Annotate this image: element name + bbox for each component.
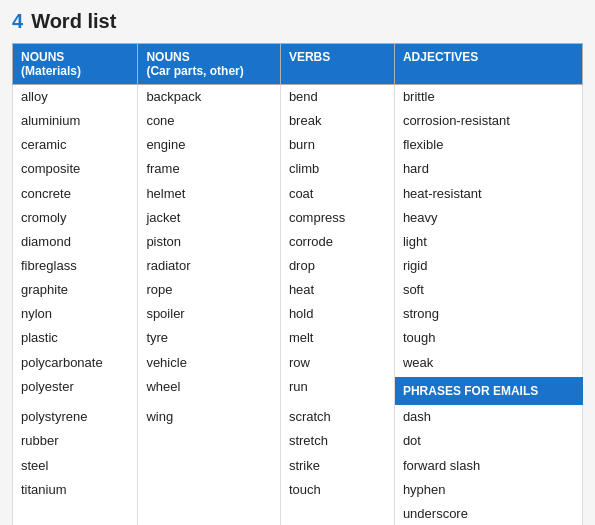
list-item: wing <box>138 405 281 429</box>
list-item: rope <box>138 278 281 302</box>
list-item <box>138 478 281 502</box>
list-item: underscore <box>394 502 582 525</box>
list-item: rigid <box>394 254 582 278</box>
list-item: climb <box>280 157 394 181</box>
list-item: hold <box>280 302 394 326</box>
list-item: radiator <box>138 254 281 278</box>
list-item: diamond <box>13 230 138 254</box>
list-item: strike <box>280 454 394 478</box>
list-item: weak <box>394 351 582 375</box>
section-number: 4 <box>12 10 23 33</box>
list-item: drop <box>280 254 394 278</box>
list-item: forward slash <box>394 454 582 478</box>
list-item: scratch <box>280 405 394 429</box>
list-item: melt <box>280 326 394 350</box>
page-title-area: 4 Word list <box>12 10 583 33</box>
list-item: soft <box>394 278 582 302</box>
list-item: bend <box>280 85 394 110</box>
list-item: tyre <box>138 326 281 350</box>
list-item: backpack <box>138 85 281 110</box>
list-item: aluminium <box>13 109 138 133</box>
list-item: corrosion-resistant <box>394 109 582 133</box>
list-item: coat <box>280 182 394 206</box>
list-item: heavy <box>394 206 582 230</box>
list-item: cone <box>138 109 281 133</box>
list-item: composite <box>13 157 138 181</box>
phrases-header: PHRASES FOR EMAILS <box>395 377 583 406</box>
list-item: concrete <box>13 182 138 206</box>
list-item: vehicle <box>138 351 281 375</box>
word-list-table: NOUNS (Materials) NOUNS (Car parts, othe… <box>12 43 583 525</box>
list-item: PHRASES FOR EMAILS <box>394 375 582 406</box>
list-item: polycarbonate <box>13 351 138 375</box>
list-item: burn <box>280 133 394 157</box>
list-item: spoiler <box>138 302 281 326</box>
list-item <box>138 429 281 453</box>
list-item: tough <box>394 326 582 350</box>
list-item: frame <box>138 157 281 181</box>
list-item: helmet <box>138 182 281 206</box>
list-item: compress <box>280 206 394 230</box>
list-item: engine <box>138 133 281 157</box>
list-item: ceramic <box>13 133 138 157</box>
list-item: row <box>280 351 394 375</box>
list-item: break <box>280 109 394 133</box>
list-item: brittle <box>394 85 582 110</box>
list-item: titanium <box>13 478 138 502</box>
list-item: strong <box>394 302 582 326</box>
col-header-verbs: VERBS <box>280 44 394 85</box>
col-header-adjectives: ADJECTIVES <box>394 44 582 85</box>
list-item: dash <box>394 405 582 429</box>
list-item: dot <box>394 429 582 453</box>
list-item: hard <box>394 157 582 181</box>
list-item: heat <box>280 278 394 302</box>
list-item <box>138 502 281 525</box>
col-header-nouns-materials: NOUNS (Materials) <box>13 44 138 85</box>
list-item <box>13 502 138 525</box>
list-item: hyphen <box>394 478 582 502</box>
list-item: wheel <box>138 375 281 406</box>
col-header-nouns-carparts: NOUNS (Car parts, other) <box>138 44 281 85</box>
list-item: jacket <box>138 206 281 230</box>
list-item: steel <box>13 454 138 478</box>
list-item: nylon <box>13 302 138 326</box>
list-item: piston <box>138 230 281 254</box>
list-item: flexible <box>394 133 582 157</box>
list-item: plastic <box>13 326 138 350</box>
list-item: cromoly <box>13 206 138 230</box>
list-item: alloy <box>13 85 138 110</box>
list-item: run <box>280 375 394 406</box>
list-item: polystyrene <box>13 405 138 429</box>
list-item: rubber <box>13 429 138 453</box>
list-item: stretch <box>280 429 394 453</box>
list-item: fibreglass <box>13 254 138 278</box>
list-item: graphite <box>13 278 138 302</box>
list-item <box>280 502 394 525</box>
list-item: light <box>394 230 582 254</box>
page-title: Word list <box>31 10 116 33</box>
list-item: touch <box>280 478 394 502</box>
list-item: heat-resistant <box>394 182 582 206</box>
list-item: corrode <box>280 230 394 254</box>
list-item: polyester <box>13 375 138 406</box>
list-item <box>138 454 281 478</box>
